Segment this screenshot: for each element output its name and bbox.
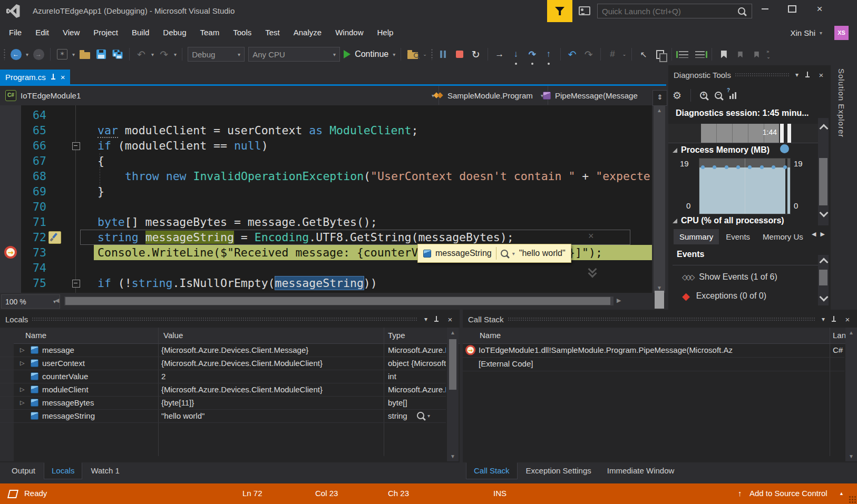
close-icon[interactable]: × bbox=[843, 315, 852, 324]
quick-actions-icon[interactable] bbox=[48, 231, 61, 244]
locals-row-messageString[interactable]: messageString"hello world"▾string bbox=[0, 409, 446, 423]
code-text[interactable]: { bbox=[98, 153, 104, 169]
datatip-variable-name[interactable]: messageString bbox=[435, 249, 492, 258]
document-tab-program-cs[interactable]: Program.cs × bbox=[0, 70, 70, 84]
close-icon[interactable]: × bbox=[817, 71, 825, 80]
minimize-button[interactable] bbox=[754, 0, 776, 18]
pin-icon[interactable] bbox=[51, 74, 56, 80]
scroll-up-icon[interactable]: ▲ bbox=[845, 330, 857, 335]
scroll-down-icon[interactable]: ▼ bbox=[654, 285, 665, 291]
diagnostics-timeline[interactable]: 1:44 bbox=[668, 124, 818, 143]
code-text[interactable]: if (moduleClient == null) bbox=[98, 138, 268, 153]
code-line-71[interactable]: 71byte[] messageBytes = message.GetBytes… bbox=[0, 214, 652, 230]
tab-immediate-window[interactable]: Immediate Window bbox=[600, 462, 682, 479]
maximize-button[interactable] bbox=[781, 0, 803, 18]
menu-team[interactable]: Team bbox=[193, 22, 227, 43]
code-line-68[interactable]: 68throw new InvalidOperationException("U… bbox=[0, 169, 652, 184]
new-item-dropdown[interactable]: ▾ bbox=[72, 52, 75, 57]
toolbar-options-dropdown[interactable]: ⌄ bbox=[423, 52, 427, 57]
pin-icon[interactable] bbox=[805, 72, 813, 78]
call-stack-row[interactable]: →IoTEdgeModule1.dll!SampleModule.Program… bbox=[463, 343, 844, 358]
search-icon[interactable] bbox=[738, 7, 745, 15]
code-line-64[interactable]: 64 bbox=[0, 107, 652, 123]
datatip-expand-faded-icon[interactable] bbox=[589, 266, 596, 276]
add-to-source-control-button[interactable]: Add to Source Control bbox=[749, 489, 827, 498]
tab-output[interactable]: Output bbox=[4, 462, 43, 479]
code-line-69[interactable]: 69} bbox=[0, 184, 652, 199]
previous-bookmark-button[interactable] bbox=[734, 46, 746, 62]
indent-increase-button[interactable] bbox=[694, 46, 706, 62]
undo-edit-button[interactable]: ↶ bbox=[566, 46, 579, 62]
locals-scrollbar[interactable]: ▲ ▼ bbox=[447, 328, 459, 461]
tab-locals[interactable]: Locals bbox=[44, 462, 82, 479]
show-next-statement-button[interactable]: → bbox=[493, 46, 506, 62]
pin-icon[interactable] bbox=[434, 316, 442, 322]
user-name[interactable]: Xin Shi bbox=[790, 28, 815, 37]
locals-header[interactable]: Locals ▾ × bbox=[0, 312, 460, 327]
redo-dropdown[interactable]: ▾ bbox=[174, 52, 177, 57]
column-type[interactable]: Type bbox=[388, 331, 405, 340]
tab-events[interactable]: Events bbox=[720, 229, 756, 244]
copy-item-button[interactable] bbox=[654, 46, 666, 62]
bookmark-button[interactable] bbox=[717, 46, 730, 62]
window-position-dropdown[interactable]: ▾ bbox=[819, 315, 827, 323]
code-line-72[interactable]: 72string messageString = Encoding.UTF8.G… bbox=[0, 230, 652, 245]
toolbar-overflow[interactable]: »⌄ bbox=[766, 49, 771, 60]
scroll-up-icon[interactable]: ▲ bbox=[654, 107, 665, 113]
project-dropdown[interactable]: C# IoTEdgeModule1 ▾ bbox=[0, 86, 439, 105]
code-line-70[interactable]: 70 bbox=[0, 199, 652, 214]
navigate-forward-button[interactable]: → bbox=[32, 46, 45, 62]
zoom-in-icon[interactable]: + bbox=[700, 92, 707, 99]
toolbar-grip[interactable] bbox=[431, 48, 433, 60]
collapse-triangle-icon[interactable] bbox=[673, 219, 677, 223]
stop-debugging-button[interactable] bbox=[453, 46, 466, 62]
redo-button[interactable]: ↷ bbox=[158, 46, 170, 62]
datatip-popup[interactable]: messageString ▾ "hello world" bbox=[417, 244, 571, 263]
scroll-right-icon[interactable]: ▶ bbox=[617, 297, 621, 304]
scroll-down-icon[interactable]: ▼ bbox=[845, 453, 857, 459]
menu-tools[interactable]: Tools bbox=[226, 22, 258, 43]
editor-split-handle[interactable]: ⇕ bbox=[653, 90, 667, 106]
restart-button[interactable]: ↻ bbox=[470, 46, 482, 62]
menu-help[interactable]: Help bbox=[371, 22, 401, 43]
chevron-up-icon[interactable]: ▲ bbox=[839, 491, 844, 496]
window-position-dropdown[interactable]: ▾ bbox=[422, 315, 430, 323]
scroll-up-icon[interactable] bbox=[821, 124, 827, 133]
timeline-marker[interactable] bbox=[780, 124, 784, 143]
process-memory-section-header[interactable]: Process Memory (MB) bbox=[673, 145, 770, 155]
call-stack-header[interactable]: Call Stack ▾ × bbox=[463, 312, 857, 327]
menu-test[interactable]: Test bbox=[258, 22, 287, 43]
breakpoint-current-statement-icon[interactable]: → bbox=[4, 246, 17, 259]
avatar[interactable]: XS bbox=[834, 26, 849, 40]
code-line-75[interactable]: 75if (!string.IsNullOrEmpty(messageStrin… bbox=[0, 275, 652, 291]
scrollbar-thumb[interactable] bbox=[65, 297, 610, 305]
editor-horizontal-scrollbar[interactable] bbox=[64, 297, 613, 305]
member-dropdown[interactable]: PipeMessage(Message message, object user… bbox=[538, 86, 663, 105]
scroll-down-icon[interactable]: ▼ bbox=[447, 453, 459, 459]
zoom-combo[interactable]: 100 % ▾ bbox=[1, 294, 60, 309]
notifications-flag-button[interactable] bbox=[547, 0, 572, 22]
resize-grip[interactable] bbox=[849, 496, 856, 503]
step-over-button[interactable]: ↷ bbox=[526, 46, 539, 62]
menu-window[interactable]: Window bbox=[328, 22, 370, 43]
undo-button[interactable]: ↶ bbox=[135, 46, 148, 62]
call-stack-row[interactable]: [External Code] bbox=[463, 357, 844, 371]
save-all-button[interactable] bbox=[111, 48, 124, 60]
code-editor[interactable]: 6465var moduleClient = userContext as Mo… bbox=[0, 105, 652, 293]
undo-dropdown[interactable]: ▾ bbox=[151, 52, 154, 57]
locals-row-messageBytes[interactable]: ▷messageBytes{byte[11]}byte[] bbox=[0, 396, 446, 410]
expander-icon[interactable]: ▷ bbox=[20, 360, 27, 367]
publish-arrow-icon[interactable]: ↑ bbox=[738, 489, 742, 498]
locals-row-moduleClient[interactable]: ▷moduleClient{Microsoft.Azure.Devices.Cl… bbox=[0, 383, 446, 397]
code-line-67[interactable]: 67{ bbox=[0, 153, 652, 169]
type-dropdown[interactable]: SampleModule.Program ▾ bbox=[428, 86, 548, 105]
redo-edit-button[interactable]: ↷ bbox=[582, 46, 595, 62]
datatip-close-faded-icon[interactable]: × bbox=[588, 231, 594, 242]
tab-exception-settings[interactable]: Exception Settings bbox=[519, 462, 599, 479]
next-bookmark-button[interactable] bbox=[750, 46, 763, 62]
menu-file[interactable]: File bbox=[2, 22, 28, 43]
menu-view[interactable]: View bbox=[56, 22, 86, 43]
step-into-button[interactable]: ↓ bbox=[510, 46, 522, 62]
code-text[interactable]: if (!string.IsNullOrEmpty(messageString)… bbox=[98, 275, 377, 291]
datatip-value[interactable]: "hello world" bbox=[519, 249, 566, 258]
